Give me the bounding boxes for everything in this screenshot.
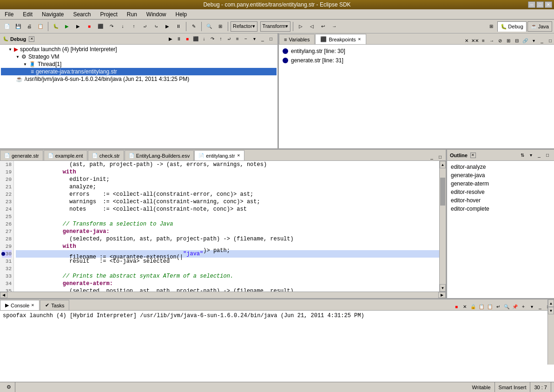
- editor-hscrollbar[interactable]: ◀ ▶: [0, 292, 446, 298]
- save-button[interactable]: 💾: [13, 21, 23, 32]
- step-into[interactable]: ↓: [118, 21, 128, 32]
- console-pin-btn[interactable]: 📌: [511, 303, 519, 310]
- close-button[interactable]: ✕: [545, 1, 552, 8]
- debug-vm-item[interactable]: ▼ ⚙ Stratego VM: [1, 53, 277, 60]
- suspend-btn[interactable]: ⏸: [173, 21, 184, 32]
- open-perspective[interactable]: ⊞: [486, 21, 496, 32]
- outline-viewmenu[interactable]: ▾: [527, 152, 534, 159]
- console-wordwrap-btn[interactable]: ↵: [495, 303, 502, 310]
- debug-usestep-btn[interactable]: ≡: [234, 35, 241, 43]
- run-tools1[interactable]: ▷: [296, 21, 306, 32]
- debug-disconnect-btn[interactable]: ⬛: [192, 35, 199, 43]
- debug-panel-close[interactable]: ✕: [29, 36, 34, 42]
- use-step[interactable]: ⤿: [151, 21, 161, 32]
- console-stop-btn[interactable]: ■: [453, 303, 460, 310]
- outline-item-editor-hover[interactable]: editor-hover: [447, 196, 554, 205]
- outline-item-generate-aterm[interactable]: generate-aterm: [447, 179, 554, 188]
- bp-viewmenu[interactable]: ▾: [530, 37, 537, 44]
- outline-minimize[interactable]: _: [535, 152, 543, 159]
- bp-link-btn[interactable]: 🔗: [521, 37, 529, 44]
- breakpoint-item-1[interactable]: entitylang.str [line: 30]: [281, 47, 552, 56]
- tasks-tab[interactable]: ✔ Tasks: [40, 300, 69, 310]
- breakpoints-tab[interactable]: ⬛ Breakpoints ✕: [315, 34, 366, 44]
- outline-item-editor-complete[interactable]: editor-complete: [447, 205, 554, 213]
- console-scrollbar[interactable]: ▲ ▼: [547, 299, 554, 365]
- variables-tab[interactable]: ≡ Variables: [279, 34, 315, 44]
- scroll-track[interactable]: [440, 168, 446, 284]
- run-btn[interactable]: ▶: [62, 21, 72, 32]
- drop-to-frame[interactable]: ⤾: [140, 21, 150, 32]
- bp-minimize[interactable]: _: [538, 37, 546, 44]
- console-viewmenu[interactable]: ▾: [528, 303, 535, 310]
- scroll-down-btn[interactable]: ▼: [440, 284, 446, 292]
- resume-btn[interactable]: ▶: [162, 21, 172, 32]
- menu-window[interactable]: Window: [144, 10, 169, 19]
- new-button[interactable]: 📄: [2, 21, 12, 32]
- bp-maximize[interactable]: □: [547, 37, 554, 44]
- menu-navigate[interactable]: Navigate: [39, 10, 66, 19]
- debug-dropframe-btn[interactable]: ⤾: [225, 35, 233, 43]
- menu-help[interactable]: Help: [173, 10, 190, 19]
- run-tools3[interactable]: ↩: [318, 21, 328, 32]
- hscroll-right-btn[interactable]: ▶: [438, 292, 446, 298]
- console-clear-btn[interactable]: ✕: [461, 303, 468, 310]
- code-editor[interactable]: 18 19 20 21 22 23 24 25 26 27 28 29 30 3…: [0, 161, 446, 292]
- run-tools2[interactable]: ◁: [307, 21, 317, 32]
- scroll-up-btn[interactable]: ▲: [440, 161, 446, 168]
- bp-skip-btn[interactable]: ⊘: [496, 37, 504, 44]
- disconnect-btn[interactable]: ⬛: [95, 21, 106, 32]
- debug-run-btn[interactable]: ▶: [73, 21, 83, 32]
- console-paste-btn[interactable]: 📋: [486, 303, 494, 310]
- bp-goto-btn[interactable]: →: [488, 37, 495, 44]
- compare-btn[interactable]: ⊞: [215, 21, 225, 32]
- console-content[interactable]: spoofax launchh (4) [Hybrid Interpreter]…: [0, 311, 554, 382]
- outline-sort-btn[interactable]: ⇅: [519, 152, 526, 159]
- debug-resume-btn[interactable]: ▶: [167, 35, 174, 43]
- outline-close[interactable]: ✕: [470, 153, 476, 158]
- tab-entitylang-str[interactable]: 📄 entitylang.str ✕: [194, 150, 244, 160]
- refactor-dropdown[interactable]: Refactor▾: [231, 21, 257, 32]
- debug-maximize[interactable]: □: [267, 35, 275, 43]
- menu-project[interactable]: Project: [97, 10, 120, 19]
- step-over[interactable]: ↷: [106, 21, 117, 32]
- menu-run[interactable]: Run: [124, 10, 140, 19]
- java-perspective[interactable]: ☕ Java: [528, 21, 552, 32]
- breakpoints-tab-close[interactable]: ✕: [358, 37, 361, 41]
- maximize-button[interactable]: □: [536, 1, 544, 8]
- prop-button[interactable]: 📋: [35, 21, 46, 32]
- tab-entitylang-close[interactable]: ✕: [237, 153, 240, 158]
- bp-removeall-btn[interactable]: ✕✕: [471, 37, 479, 44]
- tab-example-ent[interactable]: 📄 example.ent: [44, 150, 87, 160]
- editor-minimize[interactable]: _: [428, 153, 435, 160]
- console-copy-btn[interactable]: 📋: [478, 303, 485, 310]
- tab-builders-esv[interactable]: 📄 EntityLang-Builders.esv: [125, 150, 194, 160]
- console-scroll-down[interactable]: ▼: [548, 307, 554, 314]
- run-tools4[interactable]: →: [329, 21, 339, 32]
- debug-btn[interactable]: 🐛: [51, 21, 61, 32]
- console-tab-close[interactable]: ✕: [31, 303, 34, 307]
- tab-generate-str[interactable]: 📄 generate.str: [0, 150, 43, 160]
- debug-suspend-btn[interactable]: ⏸: [175, 35, 183, 43]
- editor-maximize[interactable]: □: [436, 153, 444, 160]
- debug-minimize[interactable]: _: [259, 35, 266, 43]
- bp-collapse-btn[interactable]: ⊟: [513, 37, 521, 44]
- minimize-button[interactable]: ─: [528, 1, 535, 8]
- edit-tool[interactable]: ✎: [189, 21, 199, 32]
- debug-frame1-item[interactable]: ≡ generate-java:trans/entitylang.str: [1, 68, 277, 75]
- debug-perspective[interactable]: 🐛 Debug: [497, 21, 526, 32]
- debug-viewmenu[interactable]: ▾: [251, 35, 258, 43]
- debug-stepinto-btn[interactable]: ↓: [200, 35, 208, 43]
- console-find-btn[interactable]: 🔍: [503, 303, 510, 310]
- bp-remove-btn[interactable]: ✕: [463, 37, 470, 44]
- tab-check-str[interactable]: 📄 check.str: [88, 150, 124, 160]
- outline-maximize[interactable]: □: [544, 152, 551, 159]
- debug-thread-item[interactable]: ▼ ▶ spoofax launchh (4) [Hybrid Interpre…: [1, 46, 277, 53]
- menu-edit[interactable]: Edit: [20, 10, 35, 19]
- bp-showall-btn[interactable]: ≡: [480, 37, 487, 44]
- console-scroll-up[interactable]: ▲: [548, 299, 554, 307]
- step-return[interactable]: ↑: [129, 21, 139, 32]
- debug-collapseall[interactable]: −: [242, 35, 250, 43]
- debug-frame2-item[interactable]: ☕ /usr/lib/jvm/java-6-sun-1.6.0.24/bin/j…: [1, 75, 277, 83]
- editor-scrollbar[interactable]: ▲ ▼: [439, 161, 446, 292]
- outline-item-generate-java[interactable]: generate-java: [447, 171, 554, 179]
